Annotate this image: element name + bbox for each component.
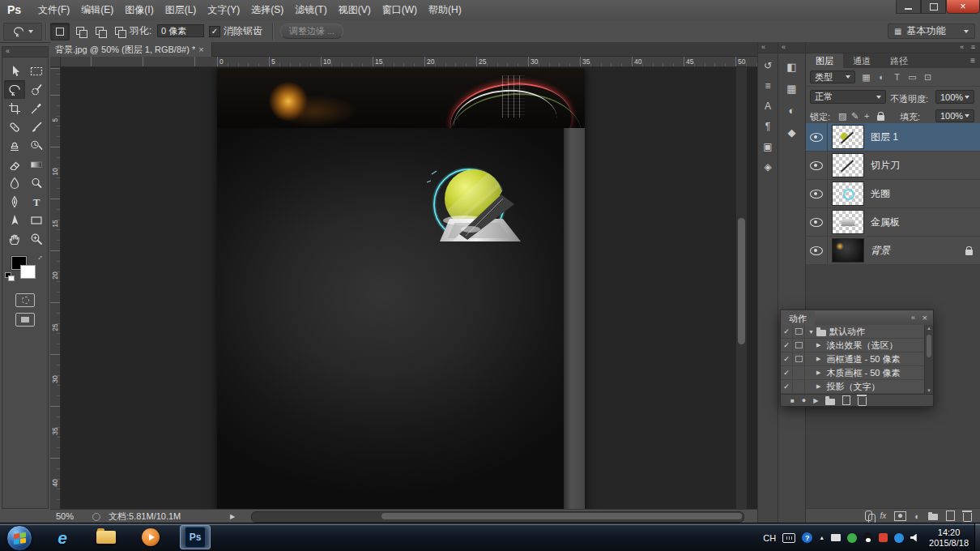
- canvas-pasteboard[interactable]: [61, 67, 757, 509]
- quick-selection-tool[interactable]: [26, 80, 47, 99]
- layer-row-metal-plate[interactable]: 金属板: [806, 208, 980, 237]
- zoom-level-field[interactable]: 50%: [56, 510, 74, 523]
- refine-edge-button[interactable]: 调整边缘 ...: [280, 23, 343, 39]
- character-panel-icon[interactable]: A: [759, 98, 777, 114]
- filter-smart-object-icon[interactable]: ⊡: [921, 70, 935, 83]
- brush-tool[interactable]: [26, 117, 47, 136]
- start-button[interactable]: [6, 525, 32, 551]
- expand-closed-icon[interactable]: ▶: [816, 383, 820, 390]
- dialog-toggle[interactable]: [793, 325, 805, 338]
- opacity-dropdown[interactable]: 100%: [935, 90, 974, 104]
- visibility-toggle[interactable]: [806, 237, 828, 264]
- action-row-wood-frame[interactable]: ✓ ▶ 木质画框 - 50 像素: [781, 366, 924, 380]
- action-row-frame-channel[interactable]: ✓ ▶ 画框通道 - 50 像素: [781, 352, 924, 366]
- tray-qq-icon[interactable]: [863, 532, 872, 543]
- gradient-tool[interactable]: [26, 155, 47, 173]
- menu-filter[interactable]: 滤镜(T): [289, 0, 332, 20]
- shape-tool[interactable]: [26, 211, 47, 229]
- new-action-icon[interactable]: [842, 395, 850, 405]
- lasso-tool[interactable]: [4, 80, 25, 99]
- blur-tool[interactable]: [4, 173, 25, 192]
- dialog-toggle[interactable]: [793, 366, 805, 379]
- layer-row-slicer[interactable]: 切片刀: [806, 152, 980, 180]
- visibility-toggle[interactable]: [806, 152, 828, 179]
- stop-icon[interactable]: ■: [790, 397, 795, 404]
- layer-row-halo[interactable]: 光圈: [806, 180, 980, 208]
- expand-open-icon[interactable]: ▼: [808, 329, 814, 335]
- default-colors-icon[interactable]: [5, 272, 15, 281]
- eraser-tool[interactable]: [4, 155, 25, 173]
- strip-collapse-bar[interactable]: «: [778, 42, 805, 53]
- horizontal-scrollbar[interactable]: [251, 511, 744, 523]
- add-mask-icon[interactable]: [894, 511, 906, 521]
- dialog-toggle[interactable]: [793, 380, 805, 393]
- hidden-icons-caret[interactable]: ▲: [819, 535, 824, 540]
- hand-tool[interactable]: [4, 229, 25, 248]
- subtract-selection-button[interactable]: [91, 23, 109, 39]
- lock-transparency-icon[interactable]: ▨: [838, 109, 846, 122]
- filter-type-dropdown[interactable]: 类型: [810, 70, 855, 83]
- menu-help[interactable]: 帮助(H): [423, 0, 467, 20]
- navigator-panel-icon[interactable]: ◈: [759, 159, 777, 175]
- properties-panel-icon[interactable]: ≡: [759, 78, 777, 94]
- collapse-icon[interactable]: «: [911, 310, 915, 325]
- expand-closed-icon[interactable]: ▶: [816, 369, 820, 376]
- tab-close-icon[interactable]: ×: [198, 45, 203, 54]
- action-row-default-actions[interactable]: ✓ ▼ 默认动作: [781, 325, 924, 339]
- background-color-swatch[interactable]: [20, 265, 36, 279]
- move-tool[interactable]: [4, 62, 25, 80]
- paragraph-panel-icon[interactable]: ¶: [759, 118, 777, 135]
- clone-source-panel-icon[interactable]: ▣: [759, 139, 777, 155]
- menu-layer[interactable]: 图层(L): [160, 0, 202, 20]
- layer-row-layer1[interactable]: 图层 1: [806, 123, 980, 152]
- show-desktop-button[interactable]: [974, 523, 980, 551]
- filter-shape-icon[interactable]: ▭: [905, 70, 919, 83]
- scroll-up-icon[interactable]: ▲: [925, 326, 933, 331]
- file-explorer-button[interactable]: [91, 525, 121, 549]
- layer-row-background[interactable]: 背景: [806, 237, 980, 265]
- tab-layers[interactable]: 图层: [806, 53, 843, 68]
- tray-music-icon[interactable]: [879, 533, 888, 542]
- history-panel-icon[interactable]: ↺: [759, 58, 777, 74]
- fill-dropdown[interactable]: 100%: [935, 109, 974, 122]
- tray-message-icon[interactable]: [894, 533, 904, 543]
- clock[interactable]: 14:20 2015/8/18: [926, 528, 972, 549]
- action-check-icon[interactable]: ✓: [781, 366, 793, 379]
- tray-antivirus-icon[interactable]: [847, 533, 857, 543]
- tray-volume-icon[interactable]: [910, 534, 919, 542]
- action-row-cast-shadow[interactable]: ✓ ▶ 投影（文字）: [781, 380, 924, 394]
- keyboard-icon[interactable]: [782, 533, 795, 543]
- menu-select[interactable]: 选择(S): [245, 0, 289, 20]
- visibility-toggle[interactable]: [806, 123, 828, 151]
- layer-style-icon[interactable]: fx: [880, 511, 887, 520]
- new-action-set-icon[interactable]: [825, 399, 835, 405]
- actions-tab[interactable]: 动作: [781, 311, 815, 326]
- new-selection-button[interactable]: [50, 23, 70, 41]
- internet-explorer-button[interactable]: e: [47, 525, 78, 549]
- menu-file[interactable]: 文件(F): [32, 0, 75, 20]
- menu-edit[interactable]: 编辑(E): [75, 0, 119, 20]
- marquee-tool[interactable]: [26, 62, 47, 80]
- action-check-icon[interactable]: ✓: [781, 380, 793, 393]
- action-check-icon[interactable]: ✓: [781, 325, 793, 338]
- tab-paths[interactable]: 路径: [880, 53, 918, 68]
- path-selection-tool[interactable]: [4, 211, 25, 229]
- swatches-panel-icon[interactable]: ▦: [783, 79, 801, 97]
- dialog-toggle[interactable]: [793, 339, 805, 352]
- dialog-toggle[interactable]: [793, 352, 805, 365]
- delete-action-icon[interactable]: [858, 397, 867, 406]
- expand-closed-icon[interactable]: ▶: [816, 356, 820, 362]
- feather-input[interactable]: [157, 24, 204, 37]
- help-icon[interactable]: ?: [802, 532, 812, 543]
- action-check-icon[interactable]: ✓: [781, 339, 793, 352]
- layer-thumbnail[interactable]: [832, 153, 864, 177]
- strip-collapse-bar[interactable]: «: [758, 42, 778, 53]
- blend-mode-dropdown[interactable]: 正常: [810, 90, 886, 104]
- link-layers-icon[interactable]: [865, 510, 872, 521]
- screen-mode-button[interactable]: [15, 313, 35, 327]
- type-tool[interactable]: T: [26, 192, 47, 211]
- visibility-toggle[interactable]: [806, 180, 828, 207]
- layer-thumbnail[interactable]: [832, 238, 864, 263]
- healing-brush-tool[interactable]: [4, 117, 25, 136]
- menu-type[interactable]: 文字(Y): [202, 0, 245, 20]
